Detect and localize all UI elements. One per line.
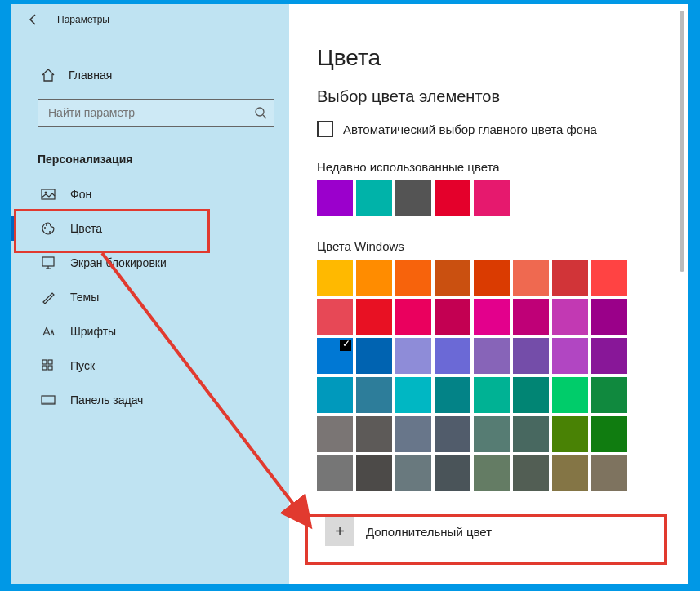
content-pane: Цвета Выбор цвета элементов Автоматическ… <box>289 4 688 584</box>
windows-colors-grid <box>317 260 663 491</box>
sidebar-item-фон[interactable]: Фон <box>11 177 289 211</box>
brush-icon <box>41 290 56 304</box>
windows-color-swatch[interactable] <box>591 299 627 335</box>
windows-color-swatch[interactable] <box>513 455 549 491</box>
windows-color-swatch[interactable] <box>356 377 392 413</box>
svg-rect-6 <box>42 257 54 266</box>
sidebar-item-цвета[interactable]: Цвета <box>11 211 289 246</box>
windows-color-swatch[interactable] <box>435 260 470 296</box>
windows-color-swatch[interactable] <box>474 299 510 335</box>
windows-color-swatch[interactable] <box>591 260 627 296</box>
windows-color-swatch[interactable] <box>552 338 588 374</box>
windows-color-swatch[interactable] <box>395 338 431 374</box>
windows-color-swatch[interactable] <box>317 455 353 491</box>
windows-color-swatch[interactable] <box>435 299 470 335</box>
sidebar-item-пуск[interactable]: Пуск <box>11 349 289 383</box>
taskbar-icon <box>41 393 56 407</box>
sidebar-item-экран-блокировки[interactable]: Экран блокировки <box>11 246 289 280</box>
windows-color-swatch[interactable] <box>435 338 470 374</box>
windows-color-swatch[interactable] <box>474 377 510 413</box>
sidebar-item-label: Цвета <box>70 222 102 235</box>
windows-color-swatch[interactable] <box>435 416 470 452</box>
windows-color-swatch[interactable] <box>513 338 549 374</box>
windows-color-swatch[interactable] <box>552 260 588 296</box>
font-icon <box>41 324 56 339</box>
windows-color-swatch[interactable] <box>552 416 588 452</box>
recent-color-swatch[interactable] <box>395 180 431 216</box>
svg-rect-8 <box>48 360 52 364</box>
windows-color-swatch[interactable] <box>591 416 627 452</box>
windows-color-swatch[interactable] <box>356 455 392 491</box>
svg-point-5 <box>49 231 51 233</box>
windows-color-swatch[interactable] <box>395 260 431 296</box>
windows-color-swatch[interactable] <box>356 299 392 335</box>
sidebar-item-label: Пуск <box>70 359 95 372</box>
sidebar-item-шрифты[interactable]: Шрифты <box>11 314 289 349</box>
windows-color-swatch[interactable] <box>317 260 353 296</box>
svg-rect-12 <box>42 402 55 404</box>
sidebar-item-label: Панель задач <box>70 393 143 407</box>
windows-color-swatch[interactable] <box>552 377 588 413</box>
windows-color-swatch[interactable] <box>395 455 431 491</box>
start-icon <box>41 358 56 373</box>
window-title: Параметры <box>57 14 109 25</box>
windows-color-swatch[interactable] <box>474 455 510 491</box>
svg-rect-7 <box>42 360 47 364</box>
scrollbar[interactable] <box>680 11 684 272</box>
windows-color-swatch[interactable] <box>395 299 431 335</box>
windows-color-swatch[interactable] <box>435 377 470 413</box>
auto-color-checkbox-row[interactable]: Автоматический выбор главного цвета фона <box>317 121 663 137</box>
windows-colors-label: Цвета Windows <box>317 239 663 253</box>
sidebar-item-home[interactable]: Главная <box>11 60 289 91</box>
recent-color-swatch[interactable] <box>435 180 470 216</box>
sidebar-item-панель-задач[interactable]: Панель задач <box>11 383 289 417</box>
recent-colors-row <box>317 180 663 216</box>
windows-color-swatch[interactable] <box>513 377 549 413</box>
windows-color-swatch[interactable] <box>591 338 627 374</box>
windows-color-swatch[interactable] <box>552 455 588 491</box>
windows-color-swatch[interactable] <box>317 338 353 374</box>
recent-color-swatch[interactable] <box>317 180 353 216</box>
windows-color-swatch[interactable] <box>552 299 588 335</box>
svg-point-4 <box>46 224 47 226</box>
sidebar-item-label: Шрифты <box>70 325 116 338</box>
windows-color-swatch[interactable] <box>317 299 353 335</box>
windows-color-swatch[interactable] <box>356 260 392 296</box>
windows-color-swatch[interactable] <box>513 299 549 335</box>
svg-rect-10 <box>48 366 52 370</box>
recent-color-swatch[interactable] <box>474 180 510 216</box>
svg-point-3 <box>44 227 46 229</box>
windows-color-swatch[interactable] <box>474 416 510 452</box>
search-input-container[interactable] <box>38 99 274 127</box>
settings-window: Параметры Главная Персонализация ФонЦвет… <box>11 4 688 584</box>
windows-color-swatch[interactable] <box>513 260 549 296</box>
sidebar-item-темы[interactable]: Темы <box>11 280 289 314</box>
subtitle: Выбор цвета элементов <box>317 87 663 106</box>
sidebar-item-label: Темы <box>70 291 99 304</box>
windows-color-swatch[interactable] <box>591 377 627 413</box>
windows-color-swatch[interactable] <box>395 416 431 452</box>
sidebar: Параметры Главная Персонализация ФонЦвет… <box>11 4 289 584</box>
search-input[interactable] <box>48 106 254 119</box>
plus-icon: + <box>325 517 354 546</box>
sidebar-section-header: Персонализация <box>11 135 289 177</box>
checkbox-icon[interactable] <box>317 121 333 137</box>
windows-color-swatch[interactable] <box>317 416 353 452</box>
windows-color-swatch[interactable] <box>435 455 470 491</box>
svg-point-0 <box>256 108 264 116</box>
windows-color-swatch[interactable] <box>356 416 392 452</box>
lockscreen-icon <box>41 256 56 270</box>
windows-color-swatch[interactable] <box>356 338 392 374</box>
windows-color-swatch[interactable] <box>513 416 549 452</box>
recent-colors-label: Недавно использованные цвета <box>317 160 663 174</box>
windows-color-swatch[interactable] <box>474 260 510 296</box>
picture-icon <box>41 187 56 202</box>
custom-color-button[interactable]: + Дополнительный цвет <box>317 508 660 555</box>
custom-color-label: Дополнительный цвет <box>366 525 492 539</box>
windows-color-swatch[interactable] <box>474 338 510 374</box>
windows-color-swatch[interactable] <box>395 377 431 413</box>
back-button[interactable] <box>18 4 49 35</box>
windows-color-swatch[interactable] <box>317 377 353 413</box>
recent-color-swatch[interactable] <box>356 180 392 216</box>
windows-color-swatch[interactable] <box>591 455 627 491</box>
